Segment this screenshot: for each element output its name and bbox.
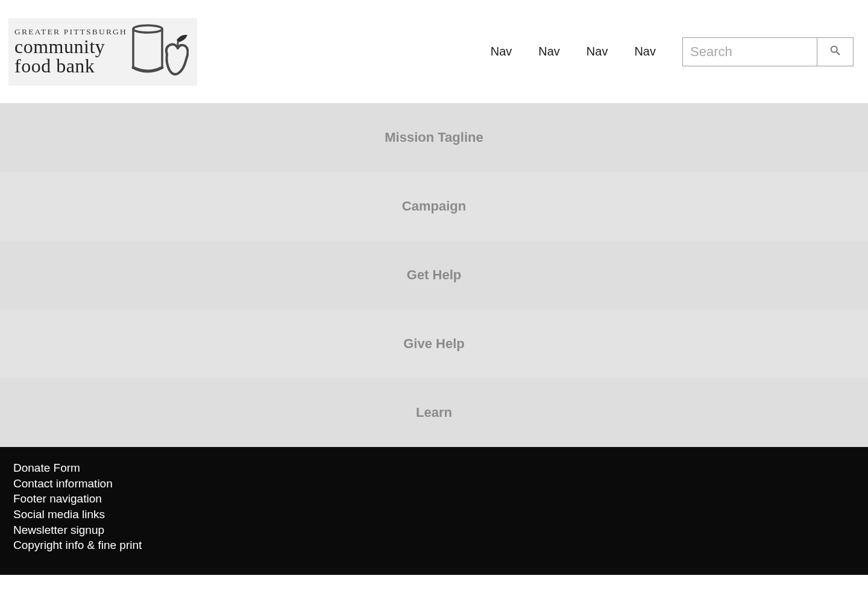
section-give-help: Give Help (0, 309, 868, 378)
footer: Donate Form Contact information Footer n… (0, 447, 868, 575)
svg-point-0 (133, 25, 162, 33)
section-label: Give Help (403, 336, 464, 352)
nav-item-1[interactable]: Nav (491, 45, 512, 59)
section-label: Get Help (407, 267, 461, 283)
footer-item-copyright: Copyright info & fine print (13, 537, 855, 553)
section-label: Learn (416, 405, 452, 420)
section-learn: Learn (0, 378, 868, 447)
section-campaign: Campaign (0, 172, 868, 241)
footer-item-newsletter[interactable]: Newsletter signup (13, 522, 855, 538)
footer-item-social[interactable]: Social media links (13, 507, 855, 522)
header: GREATER PITTSBURGH community food bank N… (0, 0, 868, 103)
search-box (682, 37, 854, 66)
footer-item-donate-form[interactable]: Donate Form (13, 460, 855, 476)
logo[interactable]: GREATER PITTSBURGH community food bank (8, 18, 197, 86)
logo-line-3: food bank (14, 56, 127, 75)
section-label: Mission Tagline (385, 130, 483, 145)
section-label: Campaign (402, 198, 466, 214)
can-apple-icon (131, 23, 189, 81)
primary-nav: Nav Nav Nav Nav (491, 45, 656, 59)
nav-item-2[interactable]: Nav (538, 45, 560, 59)
search-button[interactable] (817, 38, 853, 66)
logo-line-1: GREATER PITTSBURGH (14, 28, 127, 36)
footer-item-contact[interactable]: Contact information (13, 476, 855, 492)
footer-item-footer-nav[interactable]: Footer navigation (13, 491, 855, 507)
nav-item-4[interactable]: Nav (634, 45, 656, 59)
search-icon (829, 44, 842, 59)
logo-line-2: community (14, 37, 127, 56)
nav-item-3[interactable]: Nav (587, 45, 608, 59)
search-input[interactable] (683, 38, 817, 66)
section-mission-tagline: Mission Tagline (0, 103, 868, 172)
section-get-help: Get Help (0, 241, 868, 309)
header-right: Nav Nav Nav Nav (491, 37, 854, 66)
logo-text: GREATER PITTSBURGH community food bank (14, 28, 127, 76)
